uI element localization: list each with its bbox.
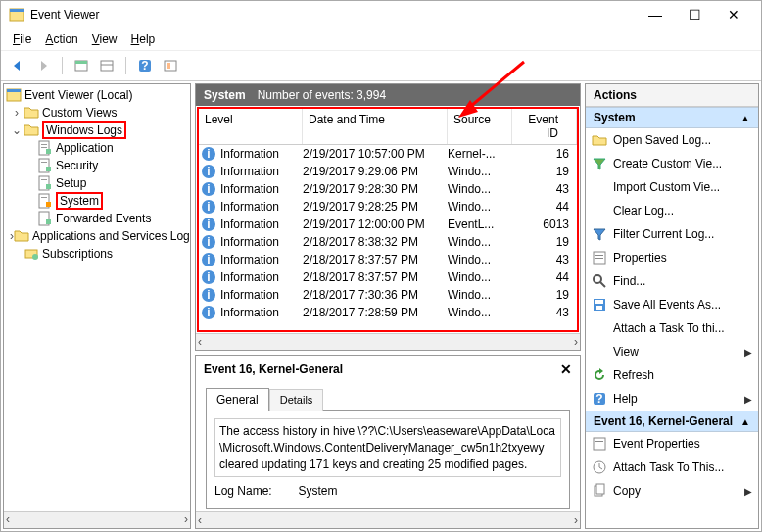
tree-subscriptions[interactable]: Subscriptions [4,245,190,263]
col-source[interactable]: Source [448,109,512,144]
help-button[interactable]: ? [134,55,156,76]
action-refresh[interactable]: Refresh [586,363,758,387]
find-icon [592,273,607,289]
toolbar-btn-1[interactable] [71,55,92,76]
forward-button[interactable] [32,55,54,76]
event-row[interactable]: iInformation2/19/2017 12:00:00 PMEventL.… [199,216,577,233]
log-icon [37,193,53,209]
tab-general[interactable]: General [206,388,269,411]
action-properties[interactable]: Properties [586,246,758,269]
tree-windows-logs[interactable]: ⌄ Windows Logs [4,121,190,139]
action-attach-task[interactable]: Attach a Task To thi... [586,316,758,340]
menu-file[interactable]: File [7,30,37,48]
minimize-button[interactable]: — [636,7,675,23]
action-save-all[interactable]: Save All Events As... [586,293,758,316]
action-event-properties[interactable]: Event Properties [586,432,758,456]
svg-text:i: i [207,235,210,249]
action-help[interactable]: ?Help▶ [586,387,758,411]
tree-hscroll[interactable]: ‹› [4,511,190,528]
action-view[interactable]: View▶ [586,340,758,363]
cell-source: EventL... [448,218,512,231]
event-row[interactable]: iInformation2/18/2017 8:37:57 PMWindo...… [199,251,577,268]
toolbar-btn-4[interactable] [160,55,181,76]
tab-details[interactable]: Details [269,389,324,411]
tree-root-label: Event Viewer (Local) [24,88,133,102]
svg-rect-13 [41,144,47,145]
action-attach-task-event[interactable]: Attach Task To This... [586,456,758,479]
svg-rect-9 [167,63,170,69]
cell-source: Windo... [448,253,512,266]
event-row[interactable]: iInformation2/18/2017 7:28:59 PMWindo...… [199,304,577,321]
action-filter-log[interactable]: Filter Current Log... [586,222,758,246]
col-level[interactable]: Level [199,109,303,144]
cell-level: Information [220,253,303,266]
event-row[interactable]: iInformation2/19/2017 9:28:30 PMWindo...… [199,180,577,198]
cell-datetime: 2/18/2017 8:37:57 PM [303,253,448,266]
action-find[interactable]: Find... [586,269,758,293]
cell-eventid: 16 [512,147,577,161]
col-datetime[interactable]: Date and Time [303,109,448,144]
svg-rect-18 [46,167,51,171]
toolbar-btn-2[interactable] [96,55,118,76]
svg-rect-21 [46,184,51,189]
tree-application[interactable]: Application [4,139,190,157]
svg-point-53 [594,275,601,283]
event-row[interactable]: iInformation2/19/2017 10:57:00 PMKernel-… [199,145,577,163]
tree-forwarded[interactable]: Forwarded Events [4,210,190,227]
collapse-icon[interactable]: ⌄ [10,123,24,137]
nav-tree[interactable]: Event Viewer (Local) › Custom Views ⌄ Wi… [3,83,191,529]
cell-source: Windo... [448,270,512,284]
svg-rect-66 [596,484,604,494]
detail-body[interactable]: The access history in hive \??\C:\Users\… [206,410,570,509]
event-row[interactable]: iInformation2/18/2017 8:37:57 PMWindo...… [199,268,577,286]
tree-apps-services[interactable]: › Applications and Services Logs [4,227,190,245]
tree-custom-views[interactable]: › Custom Views [4,104,190,121]
tree-label: Applications and Services Logs [32,229,191,243]
tree-root[interactable]: Event Viewer (Local) [4,86,190,104]
action-create-custom-view[interactable]: Create Custom Vie... [586,152,758,175]
menu-help[interactable]: Help [125,30,162,48]
filter-icon [592,156,607,171]
svg-rect-20 [41,179,47,180]
window-title: Event Viewer [30,8,636,22]
menu-view[interactable]: View [86,30,123,48]
menu-action[interactable]: Action [39,30,83,48]
tree-system[interactable]: System [4,192,190,210]
tree-security[interactable]: Security [4,157,190,174]
info-icon: i [201,269,216,285]
cell-source: Windo... [448,182,512,196]
cell-source: Windo... [448,288,512,302]
detail-hscroll[interactable]: ‹› [196,511,580,528]
info-icon: i [201,146,216,162]
cell-datetime: 2/19/2017 10:57:00 PM [303,147,448,161]
cell-level: Information [220,147,303,161]
events-hscroll[interactable]: ‹› [196,333,580,350]
action-open-saved-log[interactable]: Open Saved Log... [586,128,758,152]
cell-level: Information [220,306,303,319]
event-row[interactable]: iInformation2/18/2017 7:30:36 PMWindo...… [199,286,577,304]
back-button[interactable] [7,55,28,76]
actions-panel: Actions System▲ Open Saved Log... Create… [585,83,759,529]
cell-datetime: 2/18/2017 7:30:36 PM [303,288,448,302]
event-row[interactable]: iInformation2/19/2017 9:29:06 PMWindo...… [199,163,577,180]
detail-close-icon[interactable]: ✕ [560,362,572,377]
folder-icon [24,122,39,138]
info-icon: i [201,164,216,179]
action-clear-log[interactable]: Clear Log... [586,199,758,222]
event-row[interactable]: iInformation2/18/2017 8:38:32 PMWindo...… [199,233,577,251]
tree-setup[interactable]: Setup [4,174,190,192]
actions-section-system[interactable]: System▲ [586,107,758,128]
actions-section-event[interactable]: Event 16, Kernel-General▲ [586,411,758,432]
event-row[interactable]: iInformation2/19/2017 9:28:25 PMWindo...… [199,198,577,216]
action-copy[interactable]: Copy▶ [586,479,758,503]
actions-header: Actions [586,84,758,107]
event-list[interactable]: iInformation2/19/2017 10:57:00 PMKernel-… [199,145,577,330]
detail-tabs: General Details [196,383,580,410]
close-button[interactable]: ✕ [714,7,753,23]
expand-icon[interactable]: › [10,106,24,120]
maximize-button[interactable]: ☐ [675,7,714,23]
action-import-custom-view[interactable]: Import Custom Vie... [586,175,758,199]
svg-rect-1 [10,9,24,12]
detail-panel: Event 16, Kernel-General ✕ General Detai… [195,355,581,529]
col-eventid[interactable]: Event ID [512,109,577,144]
